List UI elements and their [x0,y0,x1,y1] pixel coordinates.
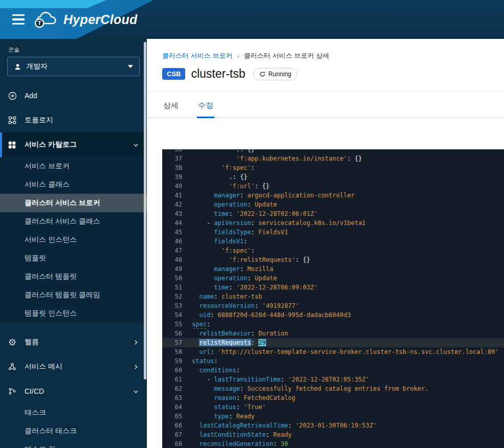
brand-logo[interactable]: T HyperCloud [34,10,138,29]
editor-line[interactable]: 37 'f:app.kubernetes.io/instance': {} [162,154,504,163]
sidebar-subitem[interactable]: 템플릿 [0,249,147,267]
console-label: 콘솔 [8,46,147,54]
editor-line[interactable]: 53 resourceVersion: '49192877' [162,301,504,310]
editor-line[interactable]: 44 - apiVersion: servicecatalog.k8s.io/v… [162,218,504,228]
editor-line[interactable]: 45 fieldsType: FieldsV1 [162,228,504,237]
sidebar-item-label: 헬름 [25,338,39,347]
editor-line[interactable]: 48 'f:relistRequests': {} [162,255,504,264]
line-number: 44 [162,218,192,228]
editor-line[interactable]: 47 'f:spec': [162,246,504,255]
editor-line[interactable]: 61 - lastTransitionTime: '2022-12-28T02:… [162,375,504,384]
line-number: 48 [162,255,192,264]
sidebar-item-helm[interactable]: 헬름 [0,330,147,354]
editor-line[interactable]: 40 'f:url': {} [162,182,504,191]
sidebar-item-add[interactable]: Add [0,83,147,108]
sidebar-section-service-catalog: 서비스 카탈로그서비스 브로커서비스 클래스클러스터 서비스 브로커클러스터 서… [0,132,147,323]
editor-line[interactable]: 42 operation: Update [162,200,504,209]
line-number: 66 [162,421,192,430]
line-number: 43 [162,209,192,218]
line-number: 57 [162,338,192,347]
breadcrumb-parent-link[interactable]: 클러스터 서비스 브로커 [162,51,232,60]
line-number: 56 [162,329,192,338]
line-number: 40 [162,182,192,191]
chevron-down-icon [133,142,139,148]
code-text: time: '2022-12-28T02:06:01Z' [192,209,504,218]
sidebar-subitem[interactable]: 태스크 [0,404,147,422]
perspective-dropdown[interactable]: 개발자 [7,57,140,76]
editor-line[interactable]: 43 time: '2022-12-28T02:06:01Z' [162,209,504,218]
editor-line[interactable]: 39 .: {} [162,172,504,182]
editor-line[interactable]: 49 manager: Mozilla [162,264,504,274]
editor-line[interactable]: 67 lastConditionState: Ready [162,430,504,439]
sidebar-subitem[interactable]: 클러스터 서비스 브로커 [0,194,147,212]
sidebar-subitem[interactable]: 클러스터 템플릿 [0,267,147,286]
line-number: 61 [162,375,192,384]
topology-icon [8,116,19,124]
sidebar-scrollbar[interactable] [144,42,146,379]
editor-line[interactable]: 63 reason: FetchedCatalog [162,393,504,402]
editor-line[interactable]: 68 reconciledGeneration: 30 [162,439,504,448]
sidebar-item-service-catalog[interactable]: 서비스 카탈로그 [0,132,147,157]
sidebar-subitem[interactable]: 서비스 인스턴스 [0,231,147,249]
sidebar-subitem[interactable]: 서비스 클래스 [0,175,147,194]
editor-line[interactable]: 58 url: 'http://cluster-template-service… [162,347,504,356]
code-text: .: {} [192,172,504,182]
sidebar-subitem[interactable]: 태스크 런 [0,440,147,448]
editor-line[interactable]: 66 lastCatalogRetrievalTime: '2023-01-30… [162,421,504,430]
yaml-editor[interactable]: 36 .: {}37 'f:app.kubernetes.io/instance… [162,149,504,448]
sidebar-subitem[interactable]: 클러스터 서비스 클래스 [0,212,147,231]
editor-line[interactable]: 41 manager: argocd-application-controlle… [162,191,504,200]
editor-line[interactable]: 62 message: Successfully fetched catalog… [162,384,504,393]
line-number: 39 [162,172,192,182]
sync-icon [259,71,266,77]
add-icon [8,92,19,100]
sidebar-item-cicd[interactable]: CI/CD [0,379,147,404]
line-number: 62 [162,384,192,393]
sidebar-nav: Add토폴로지서비스 카탈로그서비스 브로커서비스 클래스클러스터 서비스 브로… [0,83,147,448]
line-number: 50 [162,274,192,283]
tab-edit[interactable]: 수정 [197,92,214,118]
editor-line[interactable]: 64 status: 'True' [162,402,504,412]
editor-line[interactable]: 55spec: [162,320,504,329]
sidebar-item-topology[interactable]: 토폴로지 [0,108,147,132]
editor-line[interactable]: 51 time: '2022-12-28T06:09:03Z' [162,283,504,292]
chevron-down-icon [133,389,139,394]
editor-line[interactable]: 57 relistRequests: 29 [162,338,504,347]
app-root: T HyperCloud 콘솔 개발자 Add토폴로지서비스 카탈로그서비스 브… [0,0,504,448]
editor-line[interactable]: 36 .: {} [162,149,504,154]
sidebar-subitem[interactable]: 클러스터 템플릿 클레임 [0,286,147,304]
sidebar-item-service-mesh[interactable]: 서비스 메시 [0,354,147,379]
code-text: relistRequests: 29 [192,338,504,347]
sidebar-subitem[interactable]: 템플릿 인스턴스 [0,304,147,323]
editor-line[interactable]: 65 type: Ready [162,412,504,421]
code-text: spec: [192,320,504,329]
code-text: time: '2022-12-28T06:09:03Z' [192,283,504,292]
breadcrumb-separator-icon: › [237,52,239,60]
menu-toggle-icon[interactable] [12,14,25,25]
page-title: cluster-tsb [191,67,245,81]
line-number: 49 [162,264,192,274]
code-text: - lastTransitionTime: '2022-12-28T02:05:… [192,375,504,384]
sidebar-subitem[interactable]: 클러스터 태스크 [0,422,147,440]
editor-line[interactable]: 56 relistBehavior: Duration [162,329,504,338]
line-number: 45 [162,228,192,237]
editor-line[interactable]: 50 operation: Update [162,274,504,283]
line-number: 47 [162,246,192,255]
sidebar-subitem[interactable]: 서비스 브로커 [0,157,147,175]
tab-detail[interactable]: 상세 [162,92,180,118]
editor-line[interactable]: 59status: [162,356,504,366]
code-text: 'f:spec': [192,163,504,172]
code-text: reason: FetchedCatalog [192,393,504,402]
editor-line[interactable]: 38 'f:spec': [162,163,504,172]
code-text: url: 'http://cluster-template-service-br… [192,347,504,356]
editor-line[interactable]: 46 fieldsV1: [162,237,504,246]
code-text: fieldsType: FieldsV1 [192,228,504,237]
code-text: status: 'True' [192,402,504,412]
line-number: 42 [162,200,192,209]
code-text: lastConditionState: Ready [192,430,504,439]
editor-line[interactable]: 54 uid: 6888f20d-628d-448d-995d-dadacb60… [162,310,504,320]
sidebar-section-helm: 헬름 [0,330,147,354]
editor-line[interactable]: 60 conditions: [162,366,504,375]
code-text: relistBehavior: Duration [192,329,504,338]
editor-line[interactable]: 52 name: cluster-tsb [162,292,504,301]
